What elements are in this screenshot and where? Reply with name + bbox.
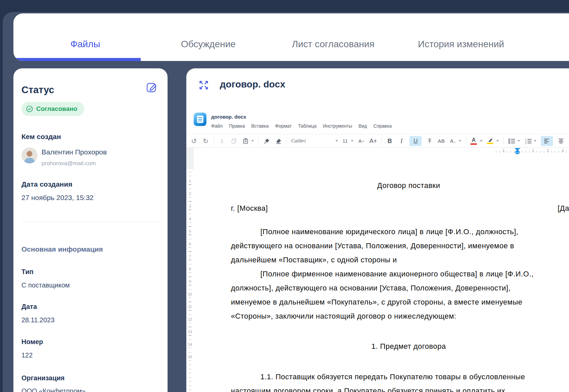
font-color-caret[interactable] <box>480 140 483 142</box>
main-info-title: Основная информация <box>21 245 103 253</box>
avatar <box>21 147 38 164</box>
strikethrough-button[interactable]: T <box>426 136 433 146</box>
ruler-number: 2 <box>547 148 549 152</box>
menu-view[interactable]: Вид <box>359 123 367 129</box>
font-color-button[interactable]: А <box>470 137 477 145</box>
doc-section-heading: 1. Предмет договора <box>231 342 569 351</box>
font-name-value: Calibri <box>291 138 306 144</box>
tab-bar: Файлы Обсуждение Лист согласования Истор… <box>13 13 569 61</box>
font-color-letter: А <box>472 137 476 143</box>
menu-help[interactable]: Справка <box>373 123 392 129</box>
ruler-number: 14 <box>186 342 194 346</box>
doc-line: [Полное фирменное наименование акционерн… <box>231 270 569 278</box>
ruler-number: 3 <box>186 204 194 208</box>
doc-line: «Стороны», заключили настоящий договор о… <box>231 312 569 321</box>
undo-icon: ↺ <box>191 138 197 144</box>
svg-text:3: 3 <box>525 142 526 144</box>
redo-icon: ↻ <box>203 138 209 144</box>
pencil-square-icon <box>145 80 158 93</box>
paste-button[interactable] <box>242 136 249 146</box>
field-date-label: Дата <box>21 303 37 311</box>
details-panel: Статус Согласовано Кем создан Валентин П… <box>13 68 168 392</box>
text-style-caret[interactable] <box>459 140 461 142</box>
highlighter-pen-icon <box>487 138 493 142</box>
edit-status-button[interactable] <box>145 80 158 93</box>
tab-change-history[interactable]: История изменений <box>418 39 504 50</box>
eraser-button[interactable] <box>275 136 282 146</box>
menu-format[interactable]: Формат <box>275 123 292 129</box>
cut-button[interactable]: ✂ <box>218 136 226 146</box>
vertical-ruler: 123456789101112131415 <box>186 148 194 392</box>
toolbar-separator <box>466 137 466 145</box>
toolbar-separator <box>503 137 504 145</box>
tab-files[interactable]: Файлы <box>70 39 100 50</box>
highlight-color-bar <box>487 143 493 144</box>
doc-heading: Договор поставки <box>231 181 569 190</box>
indent-marker[interactable] <box>514 148 520 152</box>
paste-dropdown-caret[interactable] <box>251 140 254 142</box>
decrease-font-icon: A− <box>359 139 365 143</box>
bold-button[interactable]: B <box>386 136 393 146</box>
brush-icon <box>263 138 270 144</box>
decrease-font-button[interactable]: A− <box>358 136 365 146</box>
toolbar-separator <box>258 137 259 145</box>
tab-discussion[interactable]: Обсуждение <box>181 39 236 50</box>
field-number-value: 122 <box>21 351 33 359</box>
italic-button[interactable]: I <box>398 136 405 146</box>
field-date-value: 28.11.2023 <box>21 316 55 324</box>
highlight-color-button[interactable] <box>487 138 493 144</box>
field-organization-label: Организация <box>21 374 65 382</box>
underline-button[interactable]: U <box>409 136 422 146</box>
numbered-list-caret[interactable] <box>534 140 536 142</box>
clipboard-paste-icon <box>242 138 249 144</box>
text-style-icon: A.. <box>450 138 456 143</box>
redo-button[interactable]: ↻ <box>202 136 209 146</box>
field-type-label: Тип <box>21 268 34 276</box>
menu-file[interactable]: Файл <box>211 123 223 129</box>
ruler-number: 3 <box>562 148 564 152</box>
doc-date-fragment: [Да <box>558 204 569 213</box>
horizontal-ruler: 1123 <box>194 148 569 154</box>
bullet-list-caret[interactable] <box>517 140 520 142</box>
highlight-color-caret[interactable] <box>496 140 499 142</box>
document-page[interactable]: Договор поставки г. [Москва] [Да [Полное… <box>194 154 569 392</box>
text-style-button[interactable]: A.. <box>449 136 457 146</box>
docs-app-icon <box>194 113 206 126</box>
tab-approval-sheet[interactable]: Лист согласования <box>292 39 374 50</box>
status-badge-label: Согласовано <box>36 105 77 113</box>
menu-tools[interactable]: Инструменты <box>323 123 352 129</box>
field-number-label: Номер <box>21 338 43 346</box>
document-title: договор. docx <box>220 79 285 90</box>
ruler-number: 10 <box>186 292 194 296</box>
underline-icon: U <box>414 138 418 144</box>
expand-button[interactable] <box>198 79 210 91</box>
eraser-icon <box>275 138 282 144</box>
toolbar-separator <box>287 137 287 145</box>
ruler-number: 11 <box>186 305 194 309</box>
menu-insert[interactable]: Вставка <box>251 123 269 129</box>
toolbar-separator <box>214 137 214 145</box>
italic-icon: I <box>400 138 402 144</box>
undo-button[interactable]: ↺ <box>190 136 198 146</box>
ruler-number: 8 <box>186 267 194 271</box>
numbered-list-button[interactable]: 1 2 3 <box>524 136 532 146</box>
font-size-select[interactable]: 11 <box>342 136 354 146</box>
caps-button[interactable]: AB <box>438 136 445 146</box>
creator-email: prohorova@mail.com <box>42 160 96 167</box>
align-left-button[interactable] <box>541 136 553 146</box>
increase-font-button[interactable]: A+ <box>370 136 377 146</box>
copy-icon <box>231 138 237 144</box>
doc-line: настоящим договором сроки, а Покупатель … <box>231 387 569 392</box>
ruler-number: 1 <box>186 179 194 183</box>
font-name-select[interactable]: Calibri <box>291 136 338 146</box>
menu-edit[interactable]: Правка <box>229 123 245 129</box>
format-painter-button[interactable] <box>263 136 270 146</box>
toolbar-separator <box>381 137 382 145</box>
menu-table[interactable]: Таблица <box>298 123 317 129</box>
bullet-list-icon <box>508 138 515 144</box>
status-badge: Согласовано <box>21 102 84 116</box>
bullet-list-button[interactable] <box>508 136 515 146</box>
align-center-button[interactable] <box>557 136 565 146</box>
font-name-caret <box>335 140 338 142</box>
copy-button[interactable] <box>230 136 238 146</box>
